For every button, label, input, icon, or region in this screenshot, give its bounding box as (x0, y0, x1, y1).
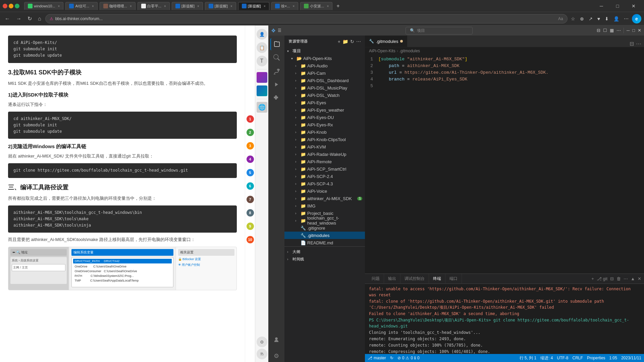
nav-share[interactable]: ↗ (587, 15, 594, 22)
activity-account[interactable] (270, 334, 282, 346)
editor-tab-gitmodules[interactable]: 🔧 .gitmodules (365, 36, 407, 47)
sidebar-icon-settings[interactable]: ⚙ (257, 337, 267, 347)
address-bar[interactable]: ⚠ bbs.ai-thinker.com/forum... Aa (45, 14, 568, 23)
new-file-icon[interactable]: + (338, 39, 340, 44)
nav-profile[interactable]: 👤 (612, 15, 621, 22)
tree-item-eyes-du[interactable]: › 📁 AiPi-Eyes-DU (284, 114, 365, 121)
user-avatar-1[interactable] (257, 72, 267, 83)
tree-item-eyes-weather[interactable]: › 📁 AiPi-Eyes_weather (284, 106, 365, 114)
terminal-more-icon[interactable]: ⋯ (624, 276, 628, 281)
browser-tab-2[interactable]: 咖啡哩哩... × (100, 2, 136, 10)
window-max-btn[interactable] (15, 4, 19, 8)
sidebar-icon-translate[interactable]: 🌐 (257, 102, 267, 113)
tree-item-kvm[interactable]: › 📁 AiPi-KVM (284, 143, 365, 150)
back-button[interactable]: ← (3, 14, 12, 23)
terminal-tab-output[interactable]: 输出 (384, 274, 400, 284)
tree-item-img[interactable]: › 📁 IMG (284, 202, 365, 209)
tree-item-voice[interactable]: › 📁 AiPi-Voice (284, 187, 365, 195)
new-tab-button[interactable]: + (334, 3, 341, 9)
activity-settings[interactable]: ⚙ (270, 350, 282, 362)
timeline-toggle[interactable]: › 时间线 (284, 255, 365, 263)
browser-tab-3[interactable]: 白零平... × (138, 2, 170, 10)
tree-item-radar[interactable]: › 📁 AiPi-Radar-WakeUp (284, 150, 365, 158)
browser-tab-6[interactable]: [新提醒] × (238, 2, 269, 10)
activity-explorer[interactable] (270, 38, 282, 50)
terminal-tab-debug[interactable]: 调试控制台 (400, 274, 429, 284)
activity-search[interactable] (270, 52, 282, 64)
layout-icon[interactable]: ☐ (603, 28, 607, 33)
activity-extensions[interactable] (270, 92, 282, 104)
sidebar-icon-1[interactable]: 👤 (257, 29, 267, 40)
window-close-btn[interactable] (3, 4, 7, 8)
menu-hamburger[interactable]: ☰ (278, 28, 281, 33)
breadcrumb-file[interactable]: .gitmodules (399, 49, 420, 53)
status-line-ending[interactable]: CRLF (573, 356, 583, 360)
browser-tab-7[interactable]: 徐×... × (271, 2, 298, 10)
sidebar-icon-info[interactable]: 热 (257, 349, 267, 359)
browser-close[interactable]: ✕ (626, 3, 641, 9)
more-actions-icon[interactable]: ⋯ (636, 41, 641, 47)
tree-item-knob[interactable]: › 📁 AiPi-Knob (284, 128, 365, 136)
browser-tab-8[interactable]: 小安派... × (300, 2, 332, 10)
tree-item-readme[interactable]: › 📄 README.md (284, 239, 365, 246)
new-folder-icon[interactable]: 📁 (342, 39, 348, 44)
tree-item-dsl-musicplay[interactable]: › 📁 AiPi-DSL_MusicPlay (284, 84, 365, 92)
browser-tab-4[interactable]: [新提醒] × (172, 2, 203, 10)
layout2-icon[interactable]: ▦ (610, 28, 614, 33)
vscode-minimize[interactable]: ─ (627, 28, 630, 33)
tree-item-m6x[interactable]: › 📁 aithinker_Ai-M6X_SDK S (284, 195, 365, 202)
reaction-2[interactable]: 2 (245, 126, 255, 139)
nav-star[interactable]: ☆ (570, 15, 577, 22)
terminal-tab-ports[interactable]: 端口 (445, 274, 462, 284)
forward-button[interactable]: → (14, 14, 23, 23)
reaction-4[interactable]: 4 (245, 153, 255, 166)
nav-download[interactable]: ⬇ (603, 15, 610, 22)
status-spaces[interactable]: 缩进: 4 (540, 355, 553, 361)
terminal-tab-terminal[interactable]: 终端 (429, 274, 445, 284)
vscode-close[interactable]: ✕ (638, 28, 641, 33)
terminal-git-icon[interactable]: ⎇ git (597, 276, 607, 281)
tree-item-scp-smart[interactable]: › 📁 AiPi-SCP_SmartCtrl (284, 165, 365, 173)
tree-root-folder[interactable]: ▾ 📂 AiPi-Open-Kits (284, 55, 365, 62)
refresh-button[interactable]: ↻ (25, 14, 34, 23)
vscode-search-bar[interactable]: 🔍 项目 (406, 27, 473, 35)
browser-tab-1[interactable]: AI信可... × (65, 2, 97, 10)
window-min-btn[interactable] (9, 4, 13, 8)
browser-tab-5[interactable]: [新提醒] × (205, 2, 236, 10)
reaction-7[interactable]: 7 (245, 193, 255, 206)
terminal-tab-problems[interactable]: 问题 (368, 274, 384, 284)
tree-item-eyes-rx[interactable]: › 📁 AiPi-Eyes-Rx (284, 121, 365, 128)
breadcrumb-root[interactable]: AiPi-Open-Kits (369, 49, 395, 53)
status-sync[interactable]: ↻ (390, 356, 393, 360)
sidebar-icon-3[interactable]: T (257, 56, 267, 66)
browser-tab-0[interactable]: windows10... × (24, 2, 63, 10)
status-line-col[interactable]: 行 5, 列 1 (520, 355, 537, 361)
reaction-10[interactable]: 10 (245, 233, 255, 247)
nav-favorites[interactable]: ♥ (596, 15, 601, 22)
nav-menu[interactable]: ⋯ (623, 15, 630, 22)
reaction-8[interactable]: 8 (245, 206, 255, 220)
layout3-icon[interactable]: ⋯ (616, 28, 621, 33)
terminal-content[interactable]: fatal: unable to access 'https://github.… (365, 284, 644, 354)
tree-item-toolchain[interactable]: › 📁 toolchain_gcc_t-head_windows (284, 217, 365, 224)
tree-item-knob-clips[interactable]: › 📁 AiPi-Knob-ClipsTool (284, 136, 365, 143)
home-button[interactable]: ⌂ (36, 14, 43, 23)
collapse-icon[interactable]: ⋯ (356, 39, 361, 44)
tree-item-remote[interactable]: › 📁 AiPi-Remote (284, 158, 365, 165)
tree-item-cam[interactable]: › 📁 AiPi-Cam (284, 69, 365, 77)
terminal-split-icon[interactable]: ⊟ (610, 276, 614, 281)
tree-item-dsl-dashboard[interactable]: › 📁 AiPi-DSL_Dashboard (284, 77, 365, 84)
tree-item-audio[interactable]: › 📁 AiPi-Audio (284, 62, 365, 69)
split-right-icon[interactable]: ⊟ (630, 41, 634, 47)
reaction-1[interactable]: 1 (245, 113, 255, 126)
browser-maximize[interactable]: □ (610, 3, 625, 9)
activity-run[interactable] (270, 78, 282, 90)
browser-minimize[interactable]: ─ (594, 3, 609, 9)
tree-item-scp-24[interactable]: › 📁 AiPi-SCP-2.4 (284, 173, 365, 180)
reaction-9[interactable]: 9 (245, 220, 255, 233)
terminal-add-icon[interactable]: + (591, 276, 594, 281)
tree-item-eyes[interactable]: › 📁 AiPi-Eyes (284, 99, 365, 106)
reaction-5[interactable]: 5 (245, 166, 255, 180)
nav-collections[interactable]: ⊕ (579, 15, 585, 22)
terminal-maximize-icon[interactable]: ▲ (631, 276, 635, 281)
